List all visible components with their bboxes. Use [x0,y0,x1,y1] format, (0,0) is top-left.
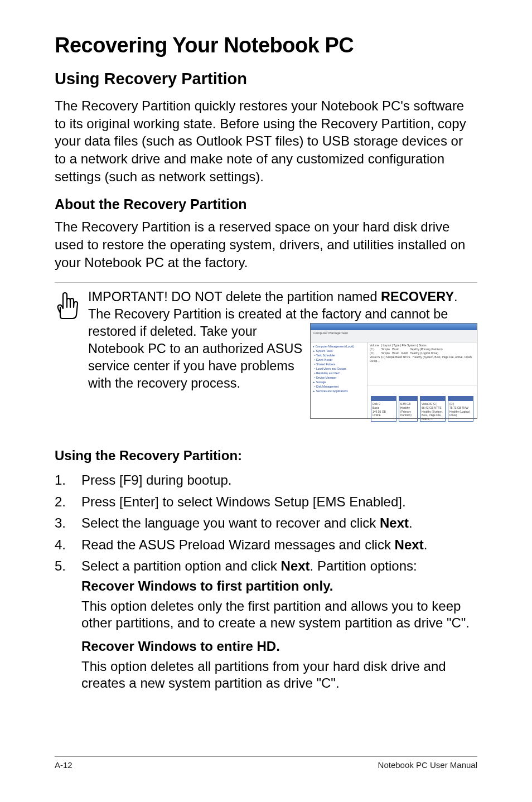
hand-icon-cell [55,288,88,323]
page-footer: A-12 Notebook PC User Manual [55,756,477,770]
step-number: 3. [55,514,81,532]
manual-title: Notebook PC User Manual [378,760,477,770]
step-text: Read the ASUS Preload Wizard messages an… [81,536,477,554]
about-paragraph: The Recovery Partition is a reserved spa… [55,218,477,271]
section-heading-about: About the Recovery Partition [55,196,477,212]
hand-icon [55,291,81,321]
option-text-first-partition: This option deletes only the first parti… [81,598,477,632]
cm-title-text: Computer Management [311,330,477,342]
section-heading-using-steps: Using the Recovery Partition: [55,448,477,463]
option-heading-first-partition: Recover Windows to first partition only. [81,577,477,595]
page-title: Recovering Your Notebook PC [55,33,477,57]
page-number: A-12 [55,760,72,770]
intro-paragraph: The Recovery Partition quickly restores … [55,97,477,185]
step-text: Select the language you want to recover … [81,514,477,532]
important-callout: IMPORTANT! DO NOT delete the partition n… [55,282,477,419]
step-5: 5. Select a partition option and click N… [55,557,477,698]
option-text-entire-hd: This option deletes all partitions from … [81,658,477,692]
important-bold: RECOVERY [381,289,454,304]
section-heading-using-recovery-partition: Using Recovery Partition [55,70,477,88]
important-lead: IMPORTANT! DO NOT delete the partition n… [88,289,381,304]
step-1: 1. Press [F9] during bootup. [55,471,477,489]
important-rest: restored if deleted. Take your Notebook … [88,323,310,419]
step-2: 2. Press [Enter] to select Windows Setup… [55,493,477,511]
step-number: 1. [55,471,81,489]
step-3: 3. Select the language you want to recov… [55,514,477,532]
step-text: Press [Enter] to select Windows Setup [E… [81,493,477,511]
page: Recovering Your Notebook PC Using Recove… [0,0,532,802]
step-number: 2. [55,493,81,511]
step-4: 4. Read the ASUS Preload Wizard messages… [55,536,477,554]
step-number: 5. [55,557,81,698]
step-text: Select a partition option and click Next… [81,557,477,698]
step-text: Press [F9] during bootup. [81,471,477,489]
option-heading-entire-hd: Recover Windows to entire HD. [81,637,477,655]
important-text: IMPORTANT! DO NOT delete the partition n… [88,288,477,419]
step-number: 4. [55,536,81,554]
computer-management-thumbnail: Computer Management ▸ Computer Managemen… [310,323,477,419]
